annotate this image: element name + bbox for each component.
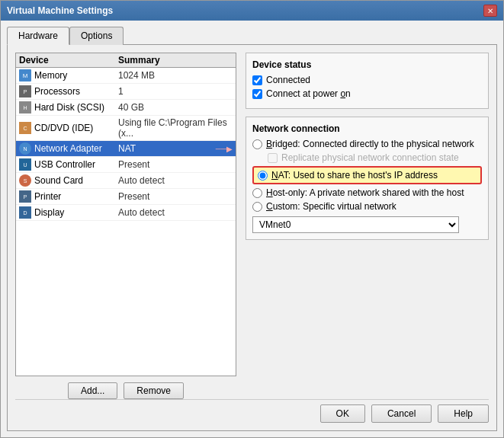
- hdd-icon: H: [19, 101, 31, 113]
- table-row[interactable]: H Hard Disk (SCSI) 40 GB: [16, 100, 236, 116]
- connected-label: Connected: [266, 75, 310, 85]
- vmnet-dropdown-row: VMnet0 VMnet1 VMnet2 VMnet3 VMnet4 VMnet…: [252, 216, 482, 233]
- title-bar: Virtual Machine Settings ✕: [1, 1, 503, 21]
- nat-radio[interactable]: [258, 171, 268, 181]
- device-name: Processors: [34, 86, 118, 97]
- device-summary: Using file C:\Program Files (x...: [118, 117, 233, 139]
- connect-power-checkbox[interactable]: [252, 89, 262, 99]
- cpu-icon: P: [19, 85, 31, 98]
- device-name: Printer: [34, 191, 118, 202]
- add-button[interactable]: Add...: [68, 382, 117, 399]
- column-device: Device: [19, 55, 118, 66]
- replicate-row: Replicate physical network connection st…: [268, 152, 482, 163]
- title-controls: ✕: [483, 5, 497, 17]
- host-only-row: Host-only: A private network shared with…: [252, 187, 482, 198]
- main-area: Device Summary M Memory 1024 MB P Proc: [15, 53, 489, 399]
- device-name: Display: [34, 207, 118, 218]
- device-summary: Auto detect: [118, 175, 233, 186]
- device-name: Network Adapter: [34, 143, 118, 154]
- network-connection-title: Network connection: [252, 123, 482, 134]
- connect-power-label: Connect at power on: [266, 88, 351, 99]
- cancel-button[interactable]: Cancel: [371, 404, 432, 423]
- host-only-radio[interactable]: [252, 188, 262, 198]
- left-panel: Device Summary M Memory 1024 MB P Proc: [15, 53, 236, 399]
- nat-underline: N: [271, 170, 278, 181]
- bridged-underline: B: [266, 139, 272, 149]
- custom-row: Custom: Specific virtual network: [252, 201, 482, 212]
- device-name: Sound Card: [34, 175, 118, 186]
- device-name: Memory: [34, 70, 118, 81]
- table-row[interactable]: M Memory 1024 MB: [16, 68, 236, 84]
- tab-content: Device Summary M Memory 1024 MB P Proc: [7, 44, 497, 431]
- cd-icon: C: [19, 122, 31, 134]
- table-row[interactable]: P Processors 1: [16, 84, 236, 100]
- device-summary: NAT: [118, 143, 213, 154]
- sound-icon: S: [19, 174, 31, 187]
- device-status-section: Device status Connected Connect at power…: [246, 53, 489, 109]
- device-summary: 1: [118, 86, 233, 97]
- left-buttons: Add... Remove: [15, 382, 236, 399]
- window-content: Hardware Options Device Summary M: [1, 21, 503, 437]
- bridged-radio[interactable]: [252, 139, 262, 149]
- virtual-machine-settings-window: Virtual Machine Settings ✕ Hardware Opti…: [0, 0, 504, 438]
- host-only-label: Host-only: A private network shared with…: [266, 187, 464, 198]
- connected-row: Connected: [252, 75, 482, 85]
- tab-hardware[interactable]: Hardware: [7, 27, 69, 45]
- nat-arrow: ──▶: [216, 145, 233, 153]
- device-name: USB Controller: [34, 159, 118, 170]
- device-summary: Auto detect: [118, 207, 233, 218]
- network-connection-section: Network connection Bridged: Connected di…: [246, 117, 489, 240]
- memory-icon: M: [19, 69, 31, 82]
- window-title: Virtual Machine Settings: [7, 5, 113, 16]
- right-panel: Device status Connected Connect at power…: [246, 53, 489, 399]
- connected-checkbox[interactable]: [252, 75, 262, 85]
- nat-row: NAT: Used to share the host's IP address: [252, 166, 482, 184]
- device-name: CD/DVD (IDE): [34, 123, 118, 133]
- connect-power-row: Connect at power on: [252, 88, 482, 99]
- printer-icon: P: [19, 190, 31, 203]
- display-icon: D: [19, 206, 31, 219]
- network-icon: N: [19, 142, 31, 155]
- table-row[interactable]: U USB Controller Present: [16, 157, 236, 173]
- bridged-label: Bridged: Connected directly to the physi…: [266, 139, 474, 149]
- device-table: Device Summary M Memory 1024 MB P Proc: [15, 53, 236, 376]
- custom-radio[interactable]: [252, 202, 262, 212]
- remove-button[interactable]: Remove: [124, 382, 184, 399]
- replicate-label: Replicate physical network connection st…: [281, 152, 459, 163]
- device-summary: 40 GB: [118, 102, 233, 113]
- table-row[interactable]: P Printer Present: [16, 189, 236, 205]
- column-summary: Summary: [118, 55, 233, 66]
- device-summary: Present: [118, 159, 233, 170]
- bottom-buttons: OK Cancel Help: [15, 399, 489, 423]
- tab-options[interactable]: Options: [69, 27, 124, 45]
- device-name: Hard Disk (SCSI): [34, 102, 118, 113]
- close-button[interactable]: ✕: [483, 5, 497, 17]
- usb-icon: U: [19, 158, 31, 171]
- underline-on: o: [340, 88, 345, 99]
- table-row[interactable]: C CD/DVD (IDE) Using file C:\Program Fil…: [16, 116, 236, 141]
- table-header: Device Summary: [16, 53, 236, 68]
- custom-label: Custom: Specific virtual network: [266, 201, 396, 212]
- device-status-title: Device status: [252, 59, 482, 70]
- tab-bar: Hardware Options: [7, 27, 497, 45]
- help-button[interactable]: Help: [438, 404, 489, 423]
- bridged-row: Bridged: Connected directly to the physi…: [252, 139, 482, 149]
- host-only-underline: H: [266, 187, 273, 198]
- device-summary: 1024 MB: [118, 70, 233, 81]
- vmnet-dropdown[interactable]: VMnet0 VMnet1 VMnet2 VMnet3 VMnet4 VMnet…: [252, 216, 459, 233]
- ok-button[interactable]: OK: [320, 404, 365, 423]
- device-summary: Present: [118, 191, 233, 202]
- table-row-sound-card[interactable]: S Sound Card Auto detect: [16, 173, 236, 189]
- table-row[interactable]: D Display Auto detect: [16, 205, 236, 221]
- table-row-network-adapter[interactable]: N Network Adapter NAT ──▶: [16, 141, 236, 157]
- custom-underline: C: [266, 201, 273, 212]
- replicate-checkbox[interactable]: [268, 153, 278, 163]
- nat-label: NAT: Used to share the host's IP address: [271, 170, 438, 181]
